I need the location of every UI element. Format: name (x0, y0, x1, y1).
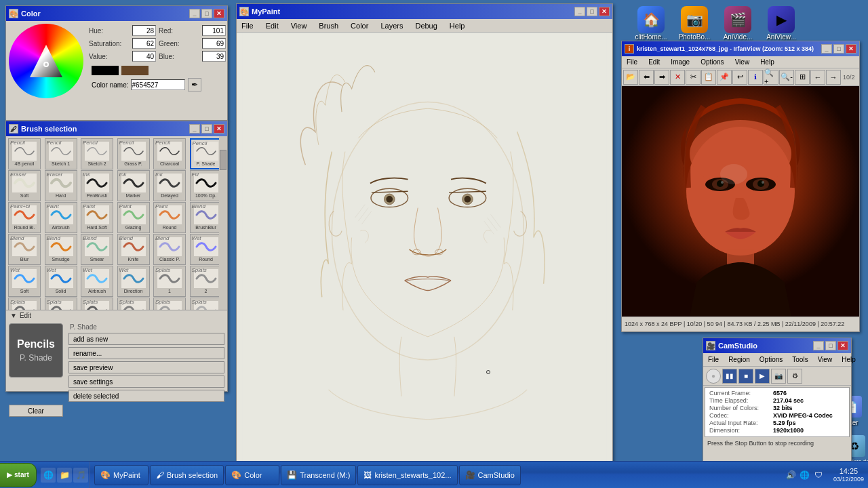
brush-cell-4[interactable]: Splats4 (45, 298, 77, 310)
menu-help[interactable]: Help (448, 22, 467, 30)
irfan-menu-edit[interactable]: Edit (646, 58, 662, 66)
clear-button[interactable]: Clear (9, 405, 63, 417)
irfan-paste-btn[interactable]: 📌 (717, 70, 732, 85)
red-input[interactable] (202, 25, 226, 36)
mypaint-close-btn[interactable]: ✕ (599, 7, 610, 16)
irfan-next-btn[interactable]: ➡ (654, 70, 669, 85)
irfan-menu-view[interactable]: View (733, 58, 752, 66)
irfan-menu-file[interactable]: File (625, 58, 639, 66)
brush-cell-dust[interactable]: SplatsDust (153, 298, 186, 310)
cam-maximize-btn[interactable]: □ (825, 341, 836, 350)
scroll-track[interactable] (219, 136, 227, 310)
brush-cell-airbrush[interactable]: WetAirbrush (81, 266, 113, 297)
brush-cell-blur[interactable]: BlendBlur (8, 234, 41, 265)
delete-selected-button[interactable]: delete selected (68, 390, 224, 402)
quicklaunch-ie[interactable]: 🌐 (41, 468, 56, 483)
irfan-undo-btn[interactable]: ↩ (732, 70, 747, 85)
tray-security[interactable]: 🛡 (813, 470, 824, 481)
cam-stop-btn[interactable]: ■ (738, 369, 753, 384)
brush-cell-marker[interactable]: InkMarker (117, 170, 150, 201)
maximize-btn[interactable]: □ (201, 9, 212, 18)
cam-webcam-btn[interactable]: 📷 (771, 369, 786, 384)
desktop-icon-anivideo[interactable]: 🎬 AniVide... (717, 3, 758, 44)
color-triangle[interactable] (26, 41, 66, 81)
taskbar-item-camstudio[interactable]: 🎥 CamStudio (459, 465, 521, 485)
brush-cell-knife[interactable]: BlendKnife (117, 234, 150, 265)
brush-cell-4b-pencil[interactable]: Pencil4B pencil (8, 138, 41, 169)
taskbar-item-color[interactable]: 🎨 Color (225, 465, 279, 485)
rename-button[interactable]: rename... (68, 347, 224, 359)
irfan-fwd-btn[interactable]: → (826, 70, 841, 85)
cam-settings-btn[interactable]: ⚙ (787, 369, 802, 384)
menu-debug[interactable]: Debug (413, 22, 439, 30)
brush-cell-classic-p-[interactable]: BlendClassic P. (153, 234, 186, 265)
brush-cell-sketch-1[interactable]: PencilSketch 1 (45, 138, 77, 169)
minimize-btn[interactable]: _ (189, 9, 200, 18)
cam-menu-options[interactable]: Options (757, 356, 785, 363)
cam-menu-tools[interactable]: Tools (790, 356, 810, 363)
desktop-icon-aniview[interactable]: ▶ AniView... (761, 3, 802, 44)
saturation-input[interactable] (132, 38, 156, 49)
mypaint-minimize-btn[interactable]: _ (574, 7, 585, 16)
irfan-minimize-btn[interactable]: _ (821, 44, 832, 54)
brush-cell-direction[interactable]: WetDirection (117, 266, 150, 297)
taskbar-item-mypaint[interactable]: 🎨 MyPaint (94, 465, 149, 485)
menu-file[interactable]: File (239, 22, 256, 30)
tray-volume[interactable]: 🔊 (786, 470, 797, 481)
cam-record-btn[interactable]: ● (706, 369, 721, 384)
eyedropper-button[interactable]: ✒ (188, 78, 201, 92)
cam-menu-file[interactable]: File (706, 356, 721, 363)
scroll-thumb[interactable] (220, 150, 226, 170)
cam-menu-view[interactable]: View (816, 356, 835, 363)
irfan-close-btn[interactable]: ✕ (846, 44, 856, 54)
irfan-fit-btn[interactable]: ⊞ (795, 70, 810, 85)
brush-cell-airbrush[interactable]: PaintAirbrush (45, 202, 77, 233)
brush-cell-100--op-[interactable]: Fill100% Op. (190, 170, 222, 201)
tray-network[interactable]: 🌐 (800, 470, 810, 481)
brush-cell-brushblur[interactable]: BlendBrushBlur (190, 202, 222, 233)
cam-play-btn[interactable]: ▶ (755, 369, 770, 384)
blue-input[interactable] (202, 51, 226, 62)
irfan-cut-btn[interactable]: ✂ (686, 70, 701, 85)
quicklaunch-folder[interactable]: 📁 (57, 468, 72, 483)
cam-close-btn[interactable]: ✕ (837, 341, 848, 350)
cam-menu-help[interactable]: Help (840, 356, 858, 363)
brush-cell-soft[interactable]: EraserSoft (8, 170, 41, 201)
taskbar-item-kristen[interactable]: 🖼 kristen_stewarts_102... (357, 465, 457, 485)
brush-cell-offset[interactable]: SplatsOffset (117, 298, 150, 310)
brush-cell-3[interactable]: Splats3 (8, 298, 41, 310)
add-as-new-button[interactable]: add as new (68, 333, 224, 345)
irfan-info-btn[interactable]: ℹ (748, 70, 763, 85)
menu-layers[interactable]: Layers (378, 22, 405, 30)
brush-cell-smudge[interactable]: BlendSmudge (45, 234, 77, 265)
brush-cell-solid[interactable]: WetSolid (45, 266, 77, 297)
brush-cell-hard-soft[interactable]: PaintHard.Soft (81, 202, 113, 233)
brush-cell-2[interactable]: Splats2 (190, 266, 222, 297)
irfan-maximize-btn[interactable]: □ (833, 44, 844, 54)
brush-cell-grass-p-[interactable]: PencilGrass P. (117, 138, 150, 169)
brush-cell-round[interactable]: PaintRound (153, 202, 186, 233)
brush-cell-smear[interactable]: BlendSmear (81, 234, 113, 265)
brush-cell-jitter[interactable]: SplatsJitter (190, 298, 222, 310)
cam-menu-region[interactable]: Region (726, 356, 752, 363)
irfan-menu-options[interactable]: Options (698, 58, 726, 66)
brush-cell-soft[interactable]: WetSoft (8, 266, 41, 297)
save-settings-button[interactable]: save settings (68, 375, 224, 388)
brush-cell-round-bl-[interactable]: Paint+blRound Bl. (8, 202, 41, 233)
brush-minimize-btn[interactable]: _ (189, 124, 200, 134)
taskbar-item-brush[interactable]: 🖌 Brush selection (150, 465, 224, 485)
brush-close-btn[interactable]: ✕ (214, 124, 224, 134)
brush-cell-round[interactable]: WetRound (190, 234, 222, 265)
irfan-menu-image[interactable]: Image (669, 58, 692, 66)
cam-pause-btn[interactable]: ▮▮ (722, 369, 737, 384)
value-input[interactable] (132, 51, 156, 62)
brush-cell-sketch-2[interactable]: PencilSketch 2 (81, 138, 113, 169)
desktop-icon-photobooth[interactable]: 📷 PhotoBo... (674, 3, 715, 44)
start-button[interactable]: ▶ start (0, 463, 37, 487)
irfan-zoom-out-btn[interactable]: 🔍- (779, 70, 794, 85)
quicklaunch-media[interactable]: 🎵 (73, 468, 88, 483)
brush-cell-charcoal[interactable]: PencilCharcoal (153, 138, 186, 169)
hue-input[interactable] (132, 25, 156, 36)
close-btn[interactable]: ✕ (214, 9, 224, 18)
brush-cell-delayed[interactable]: InkDelayed (153, 170, 186, 201)
